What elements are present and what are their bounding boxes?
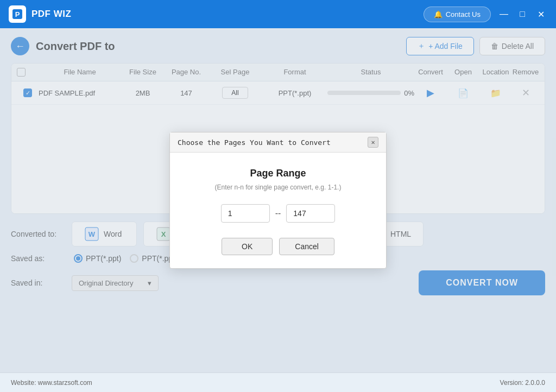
minimize-button[interactable]: —: [497, 8, 510, 21]
modal-ok-button[interactable]: OK: [222, 238, 273, 255]
page-range-modal: Choose the Pages You Want to Convert ✕ P…: [169, 132, 387, 269]
version-text: Version: 2.0.0.0: [500, 379, 545, 387]
range-end-input[interactable]: [286, 204, 335, 223]
modal-close-button[interactable]: ✕: [368, 137, 378, 148]
modal-heading: Page Range: [192, 168, 364, 179]
range-start-input[interactable]: [221, 204, 270, 223]
contact-label: Contact Us: [446, 10, 481, 18]
modal-title: Choose the Pages You Want to Convert: [178, 138, 331, 147]
contact-button[interactable]: 🔔 Contact Us: [424, 7, 491, 22]
modal-subtext: (Enter n-n for single page convert, e.g.…: [192, 184, 364, 191]
modal-cancel-button[interactable]: Cancel: [279, 238, 334, 255]
window-controls: — □ ✕: [497, 8, 547, 21]
app-title: PDF WIZ: [31, 9, 71, 20]
close-button[interactable]: ✕: [534, 8, 547, 21]
modal-body: Page Range (Enter n-n for single page co…: [170, 153, 386, 268]
range-dash: --: [275, 208, 281, 218]
svg-text:P: P: [15, 10, 20, 18]
titlebar: P PDF WIZ 🔔 Contact Us — □ ✕: [0, 0, 556, 28]
modal-titlebar: Choose the Pages You Want to Convert ✕: [170, 132, 386, 153]
titlebar-right: 🔔 Contact Us — □ ✕: [424, 7, 547, 22]
maximize-button[interactable]: □: [516, 8, 529, 21]
website-text: Website: www.starzsoft.com: [11, 379, 92, 387]
titlebar-left: P PDF WIZ: [9, 5, 71, 23]
app-logo: P: [9, 5, 26, 23]
statusbar: Website: www.starzsoft.com Version: 2.0.…: [0, 372, 556, 392]
modal-overlay: Choose the Pages You Want to Convert ✕ P…: [0, 28, 556, 372]
contact-icon: 🔔: [434, 10, 443, 18]
modal-range-row: --: [192, 204, 364, 223]
modal-buttons: OK Cancel: [192, 238, 364, 255]
